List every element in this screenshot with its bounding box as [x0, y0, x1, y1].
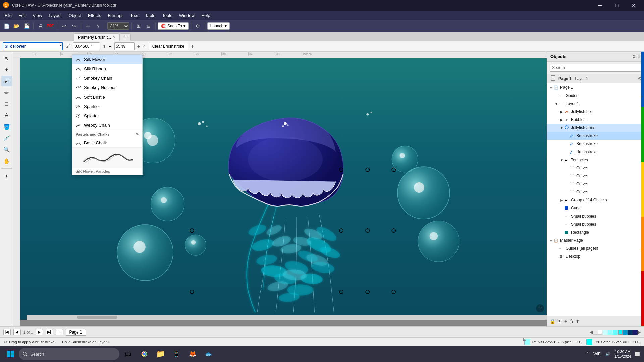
swatch-dark-blue[interactable]: [628, 330, 633, 335]
wifi-icon[interactable]: WiFi: [593, 352, 601, 356]
taskbar-chrome[interactable]: [137, 347, 152, 361]
menu-bitmaps[interactable]: Bitmaps: [104, 12, 127, 19]
page1-tab[interactable]: Page 1: [66, 329, 86, 336]
tree-jellyfish-arms[interactable]: ▼ Jellyfish arms: [547, 124, 644, 132]
grid-btn[interactable]: ⊟: [144, 22, 153, 31]
snap-btn[interactable]: 🧲 Snap To ▾: [158, 22, 189, 30]
swatch-blue[interactable]: [623, 330, 628, 335]
add-tool[interactable]: +: [1, 171, 12, 181]
eyedropper-tool[interactable]: 💉: [1, 133, 12, 143]
brush-size-input[interactable]: [73, 42, 100, 50]
swatch-cyan-full[interactable]: [618, 330, 623, 335]
menu-edit[interactable]: Edit: [15, 12, 29, 19]
pdf-btn[interactable]: PDF: [46, 22, 55, 31]
taskbar-files[interactable]: 📁: [153, 347, 168, 361]
taskbar-app6[interactable]: 🐟: [201, 347, 216, 361]
settings-btn[interactable]: ⚙: [194, 22, 202, 31]
time-date[interactable]: 10:30 AM 1/15/2024: [614, 349, 631, 359]
pastels-expand[interactable]: ✎: [136, 132, 139, 137]
scroll-right-icon[interactable]: ▶: [638, 330, 641, 335]
new-btn[interactable]: 📄: [2, 22, 11, 31]
scroll-left-icon[interactable]: ◀: [590, 330, 593, 335]
text-tool[interactable]: A: [1, 110, 12, 121]
menu-object[interactable]: Object: [65, 12, 85, 19]
select-btn[interactable]: ⊹: [84, 22, 92, 31]
brush-option-splatter[interactable]: Splatter: [72, 111, 142, 120]
tree-curve1[interactable]: ⌒ Curve: [547, 164, 644, 172]
page-icon-btn[interactable]: [549, 75, 557, 83]
brush-option-soft-bristle[interactable]: Soft Bristle: [72, 92, 142, 102]
brush-option-sparkler[interactable]: Sparkler: [72, 102, 142, 111]
clear-brushstroke-btn[interactable]: Clear Brushstroke: [149, 43, 188, 50]
scrollbar-thumb[interactable]: [77, 316, 117, 319]
pan-tool[interactable]: ✋: [1, 156, 12, 166]
panel-close-btn[interactable]: ✕: [637, 54, 641, 59]
page-next-btn[interactable]: ▶: [36, 329, 43, 335]
maximize-button[interactable]: □: [609, 0, 625, 11]
start-button[interactable]: [4, 347, 17, 361]
swatch-cyan[interactable]: [608, 330, 612, 335]
brush-opacity-input[interactable]: [114, 42, 135, 50]
selector-tool[interactable]: ↖: [1, 53, 12, 64]
scrollbar-horizontal[interactable]: [27, 315, 547, 320]
menu-effects[interactable]: Effects: [85, 12, 105, 19]
brush-option-smokey-nucleus[interactable]: Smokey Nucleus: [72, 83, 142, 92]
tree-jellyfish-bell[interactable]: ▶ Jellyfish bell: [547, 108, 644, 116]
node-tool[interactable]: ✦: [1, 64, 12, 75]
tree-brushstroke1[interactable]: 🖊 Brushstroke: [547, 132, 644, 140]
page-first-btn[interactable]: |◀: [3, 329, 11, 335]
brush-option-basic-chalk[interactable]: Basic Chalk: [72, 138, 142, 147]
page-last-btn[interactable]: ▶|: [46, 329, 53, 335]
print-btn[interactable]: 🖨: [36, 22, 45, 31]
tree-tentacles[interactable]: ▼ ▶ Tentacles: [547, 156, 644, 164]
tree-group14[interactable]: ▶ ▶ Group of 14 Objects: [547, 196, 644, 204]
frame-btn[interactable]: ⊞: [134, 22, 143, 31]
swatch-transparent[interactable]: [593, 330, 597, 335]
objects-search-input[interactable]: [550, 64, 641, 72]
delete-layer-btn[interactable]: 🗑: [569, 319, 574, 324]
shape-tool[interactable]: □: [1, 99, 12, 109]
add-layer-btn[interactable]: +: [564, 319, 567, 324]
save-btn[interactable]: 💾: [22, 22, 31, 31]
swatch-cyan-med[interactable]: [613, 330, 618, 335]
tree-curve2[interactable]: ⌒ Curve: [547, 172, 644, 180]
taskbar-app4[interactable]: 📱: [169, 347, 184, 361]
menu-table[interactable]: Table: [142, 12, 159, 19]
brush-option-silk-ribbon[interactable]: Silk Ribbon: [72, 64, 142, 73]
menu-window[interactable]: Window: [176, 12, 198, 19]
panel-settings-btn[interactable]: ⚙: [632, 54, 636, 59]
menu-text[interactable]: Text: [127, 12, 142, 19]
objects-tree[interactable]: ▼ 📄 Page 1 + Guides 🔒 ▼ + Layer 1: [547, 83, 644, 316]
menu-view[interactable]: View: [29, 12, 45, 19]
minimize-button[interactable]: ─: [592, 0, 608, 11]
brush-option-silk-flower[interactable]: Silk Flower: [72, 55, 142, 64]
tree-desktop[interactable]: 🖥 Desktop: [547, 252, 644, 260]
redo-btn[interactable]: ↪: [70, 22, 78, 31]
menu-tools[interactable]: Tools: [159, 12, 175, 19]
taskbar-app5[interactable]: 🦊: [185, 347, 200, 361]
volume-icon[interactable]: 🔊: [605, 352, 610, 356]
menu-help[interactable]: Help: [198, 12, 214, 19]
zoom-tool[interactable]: 🔍: [1, 144, 12, 155]
taskbar-search[interactable]: Search: [19, 348, 119, 360]
page-add-btn[interactable]: +: [56, 329, 63, 335]
open-btn[interactable]: 📂: [12, 22, 21, 31]
close-button[interactable]: ✕: [626, 0, 641, 11]
zoom-selector[interactable]: 81%: [107, 22, 129, 30]
brush-tool[interactable]: 🖌: [1, 76, 12, 86]
page-prev-btn[interactable]: ◀: [13, 329, 21, 335]
add-brushstroke-icon[interactable]: +: [191, 43, 194, 49]
tab-close-icon[interactable]: ×: [113, 35, 115, 40]
tree-bubbles[interactable]: ▶ 👁 Bubbles: [547, 116, 644, 124]
notification-icon[interactable]: ⬜: [635, 352, 640, 356]
chevron-up-icon[interactable]: ⌃: [586, 352, 589, 356]
swatch-cyan-light[interactable]: [603, 330, 607, 335]
tree-rectangle[interactable]: Rectangle: [547, 228, 644, 236]
tree-guides[interactable]: + Guides 🔒: [547, 92, 644, 100]
tree-curve4[interactable]: ⌒ Curve: [547, 188, 644, 196]
lock-layer-btn[interactable]: 🔒: [550, 319, 555, 324]
show-layer-btn[interactable]: 👁: [557, 319, 562, 324]
menu-file[interactable]: File: [1, 12, 15, 19]
tab-new[interactable]: +: [120, 33, 131, 41]
tree-brushstroke3[interactable]: 🖊 Brushstroke: [547, 148, 644, 156]
